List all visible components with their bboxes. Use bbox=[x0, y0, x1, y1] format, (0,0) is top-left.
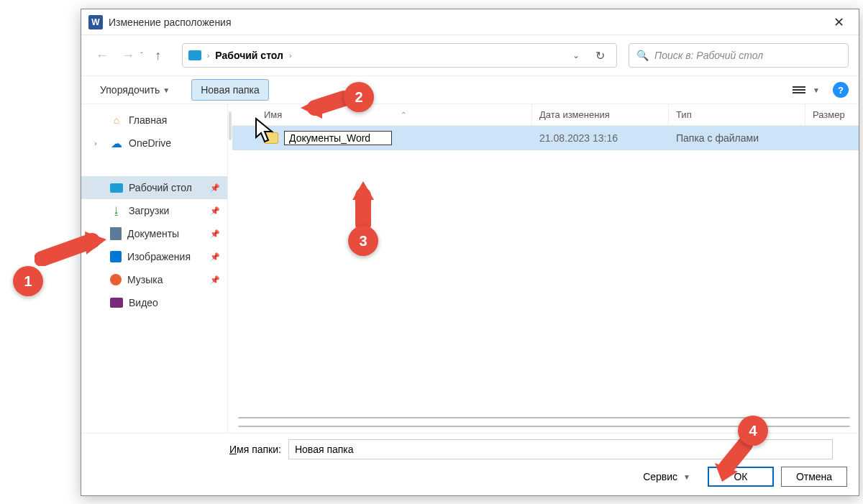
chevron-right-icon: › bbox=[207, 51, 210, 60]
folder-name-input[interactable] bbox=[288, 439, 833, 459]
sidebar-item-documents[interactable]: Документы 📌 bbox=[81, 222, 227, 245]
sidebar-item-video[interactable]: Видео bbox=[81, 291, 227, 314]
address-bar[interactable]: › Рабочий стол › ⌄ ↻ bbox=[182, 43, 617, 68]
column-size[interactable]: Размер bbox=[805, 104, 859, 125]
forward-button[interactable]: → bbox=[117, 45, 139, 66]
back-button[interactable]: ← bbox=[91, 45, 113, 66]
breadcrumb-desktop[interactable]: Рабочий стол bbox=[215, 50, 283, 61]
file-date: 21.08.2023 13:16 bbox=[532, 132, 669, 144]
pin-icon: 📌 bbox=[210, 275, 220, 285]
file-list-header: Имя⌃ Дата изменения Тип Размер bbox=[232, 104, 859, 126]
pin-icon: 📌 bbox=[210, 206, 220, 216]
sidebar: ⌂ Главная › ☁ OneDrive Рабочий стол 📌 ⭳ … bbox=[81, 104, 228, 433]
sort-indicator-icon: ⌃ bbox=[401, 111, 406, 119]
sidebar-item-music[interactable]: Музыка 📌 bbox=[81, 268, 227, 291]
download-icon: ⭳ bbox=[110, 204, 123, 217]
chevron-right-icon: › bbox=[94, 139, 97, 147]
home-icon: ⌂ bbox=[110, 114, 123, 127]
search-icon: 🔍 bbox=[636, 50, 649, 61]
dialog-footer: Имя папки: Сервис▼ ОК Отмена bbox=[81, 433, 859, 495]
desktop-icon bbox=[188, 50, 201, 60]
chevron-down-icon: ▼ bbox=[163, 86, 170, 94]
help-button[interactable]: ? bbox=[833, 82, 849, 98]
pin-icon: 📌 bbox=[210, 229, 220, 239]
column-date[interactable]: Дата изменения bbox=[532, 104, 669, 125]
new-folder-button[interactable]: Новая папка bbox=[191, 79, 269, 101]
horizontal-scrollbar[interactable] bbox=[238, 417, 850, 427]
sidebar-item-onedrive[interactable]: › ☁ OneDrive bbox=[81, 132, 227, 155]
folder-name-label: Имя папки: bbox=[93, 444, 281, 455]
file-dialog: W Изменение расположения ✕ ← → ˇ ↑ › Раб… bbox=[81, 9, 859, 496]
titlebar: W Изменение расположения ✕ bbox=[81, 9, 859, 35]
folder-icon bbox=[264, 132, 278, 144]
file-type: Папка с файлами bbox=[669, 132, 805, 144]
cancel-button[interactable]: Отмена bbox=[781, 467, 847, 487]
file-row[interactable]: Документы_Word 21.08.2023 13:16 Папка с … bbox=[232, 126, 859, 150]
service-menu[interactable]: Сервис▼ bbox=[643, 471, 690, 482]
onedrive-icon: ☁ bbox=[110, 137, 123, 150]
search-input[interactable]: 🔍 Поиск в: Рабочий стол bbox=[629, 43, 849, 68]
desktop-icon bbox=[110, 183, 123, 193]
refresh-button[interactable]: ↻ bbox=[590, 46, 611, 65]
column-name[interactable]: Имя⌃ bbox=[232, 104, 532, 125]
dialog-title: Изменение расположения bbox=[109, 17, 232, 28]
search-placeholder: Поиск в: Рабочий стол bbox=[654, 50, 763, 61]
dialog-body: ⌂ Главная › ☁ OneDrive Рабочий стол 📌 ⭳ … bbox=[81, 104, 859, 433]
organize-button[interactable]: Упорядочить▼ bbox=[91, 80, 178, 100]
folder-rename-input[interactable]: Документы_Word bbox=[284, 131, 392, 145]
sidebar-item-downloads[interactable]: ⭳ Загрузки 📌 bbox=[81, 199, 227, 222]
ok-button[interactable]: ОК bbox=[708, 467, 774, 487]
music-icon bbox=[110, 274, 122, 285]
pin-icon: 📌 bbox=[210, 183, 220, 193]
chevron-right-icon: › bbox=[289, 51, 292, 60]
annotation-badge-1: 1 bbox=[13, 266, 43, 296]
sidebar-item-home[interactable]: ⌂ Главная bbox=[81, 109, 227, 132]
word-icon: W bbox=[88, 15, 103, 29]
document-icon bbox=[110, 227, 122, 240]
images-icon bbox=[110, 251, 122, 262]
file-pane: Имя⌃ Дата изменения Тип Размер Документы… bbox=[232, 104, 859, 433]
pin-icon: 📌 bbox=[210, 252, 220, 262]
video-icon bbox=[110, 298, 123, 308]
address-dropdown[interactable]: ⌄ bbox=[572, 50, 580, 60]
column-type[interactable]: Тип bbox=[669, 104, 805, 125]
chevron-down-icon: ▼ bbox=[813, 86, 820, 94]
history-dropdown[interactable]: ˇ bbox=[140, 51, 143, 60]
view-options-button[interactable] bbox=[790, 83, 808, 96]
sidebar-item-images[interactable]: Изображения 📌 bbox=[81, 245, 227, 268]
nav-row: ← → ˇ ↑ › Рабочий стол › ⌄ ↻ 🔍 Поиск в: … bbox=[81, 35, 859, 75]
close-button[interactable]: ✕ bbox=[826, 12, 851, 33]
toolbar: Упорядочить▼ Новая папка ▼ ? bbox=[81, 75, 859, 104]
sidebar-item-desktop[interactable]: Рабочий стол 📌 bbox=[81, 176, 227, 199]
up-button[interactable]: ↑ bbox=[147, 45, 169, 66]
